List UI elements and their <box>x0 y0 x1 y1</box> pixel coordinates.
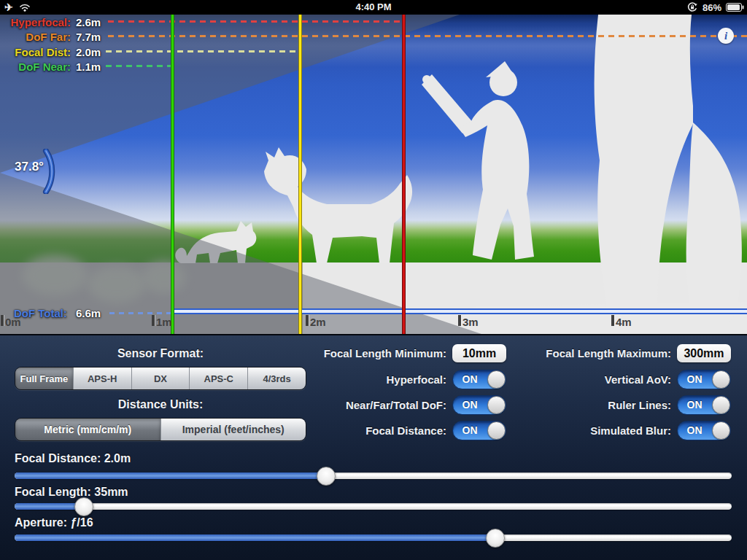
dof-far-dashed-line <box>108 35 747 37</box>
segment-full-frame[interactable]: Full Frame <box>15 368 73 389</box>
simulated-blur-toggle-label: Simulated Blur: <box>452 424 671 437</box>
dof-calculator-app: ✈ 4:40 PM 86% <box>0 0 747 560</box>
hyperfocal-label: Hyperfocal: <box>0 15 71 30</box>
aperture-slider-thumb[interactable] <box>486 529 505 548</box>
focal-length-slider-label: Focal Length: 35mm <box>15 486 128 499</box>
toggle-knob <box>712 421 730 440</box>
focal-length-slider-thumb[interactable] <box>74 497 93 516</box>
vertical-aov-value: 37.8° <box>15 160 44 174</box>
status-bar-time: 4:40 PM <box>0 0 747 15</box>
focal-length-max-value-button[interactable]: 300mm <box>677 344 731 362</box>
toggle-knob <box>712 396 730 414</box>
hyperfocal-toggle-label: Hyperfocal: <box>228 373 446 386</box>
ruler-label-3m: 3m <box>462 316 479 328</box>
segment-aps-h[interactable]: APS-H <box>73 368 131 389</box>
dof-visualization: Hyperfocal: 2.6m DoF Far: 7.7m Focal Dis… <box>0 15 747 334</box>
battery-percent: 86% <box>703 2 721 13</box>
slider-fill <box>15 472 326 479</box>
focal-distance-slider-thumb[interactable] <box>317 467 336 486</box>
info-button[interactable]: i <box>718 28 734 44</box>
ruler-lines-toggle-label: Ruler Lines: <box>452 399 671 411</box>
slider-fill <box>15 534 495 541</box>
player-bat-knob <box>422 75 431 84</box>
segment-dx[interactable]: DX <box>131 368 190 389</box>
ruler-lines-toggle-state: ON <box>678 396 711 414</box>
ruler-tick-1m <box>152 315 155 326</box>
vertical-aov-toggle[interactable]: ON <box>677 370 731 389</box>
dof-near-label: DoF Near: <box>0 60 71 74</box>
slider-fill <box>15 503 84 510</box>
dof-total-dashed-line <box>109 312 171 314</box>
ruler-tick-2m <box>306 315 309 326</box>
status-bar: ✈ 4:40 PM 86% <box>0 0 747 15</box>
aperture-slider-label: Aperture: ƒ/16 <box>15 516 93 529</box>
dof-near-dashed-line <box>106 65 172 67</box>
segment-metric[interactable]: Metric (mm/cm/m) <box>15 419 160 440</box>
ruler-tick-0m <box>1 315 4 326</box>
rotation-lock-icon <box>686 1 698 13</box>
dof-far-label: DoF Far: <box>0 30 71 44</box>
dof-far-value: 7.7m <box>76 30 101 44</box>
dof-total-bar <box>171 308 747 314</box>
battery-icon <box>726 3 744 12</box>
dof-near-value: 1.1m <box>76 60 101 74</box>
ruler-tick-3m <box>458 315 461 326</box>
ruler-label-2m: 2m <box>310 316 326 328</box>
focal-dist-label: Focal Dist: <box>0 45 71 60</box>
near-far-total-dof-toggle-label: Near/Far/Total DoF: <box>228 399 446 411</box>
simulated-blur-toggle-state: ON <box>678 421 711 440</box>
focal-distance-slider[interactable] <box>15 472 732 479</box>
toggle-knob <box>712 370 730 389</box>
focal-length-max-label: Focal Length Maximum: <box>452 347 671 359</box>
focal-dist-value: 2.0m <box>76 45 101 60</box>
hyperfocal-value: 2.6m <box>76 15 101 30</box>
ruler-lines-toggle[interactable]: ON <box>677 395 731 415</box>
player-body <box>460 100 534 260</box>
focal-distance-slider-label: Focal Distance: 2.0m <box>15 452 131 465</box>
ruler-tick-4m <box>611 315 614 326</box>
control-panel: Sensor Format: Full Frame APS-H DX APS-C… <box>0 334 747 560</box>
vertical-aov-toggle-label: Vertical AoV: <box>452 373 671 386</box>
dof-near-marker-line[interactable] <box>171 15 174 334</box>
vertical-aov-toggle-state: ON <box>678 370 711 389</box>
focal-length-slider[interactable] <box>15 503 732 510</box>
giant-person-silhouette <box>595 15 693 321</box>
ruler-label-1m: 1m <box>156 316 172 328</box>
focal-distance-toggle-label: Focal Distance: <box>228 424 446 437</box>
hyperfocal-marker-line[interactable] <box>402 15 406 334</box>
focal-dist-dashed-line <box>106 50 300 52</box>
simulated-blur-toggle[interactable]: ON <box>677 421 731 440</box>
focal-distance-marker-line[interactable] <box>298 15 302 334</box>
dof-total-value: 6.6m <box>76 306 101 321</box>
hyperfocal-dashed-line <box>108 20 403 23</box>
aperture-slider[interactable] <box>15 534 732 541</box>
dog-silhouette <box>264 147 412 263</box>
focal-length-min-label: Focal Length Minimum: <box>228 347 446 359</box>
ruler-label-0m: 0m <box>5 316 21 328</box>
giant-person-leg <box>686 122 742 324</box>
ruler-label-4m: 4m <box>616 316 632 328</box>
